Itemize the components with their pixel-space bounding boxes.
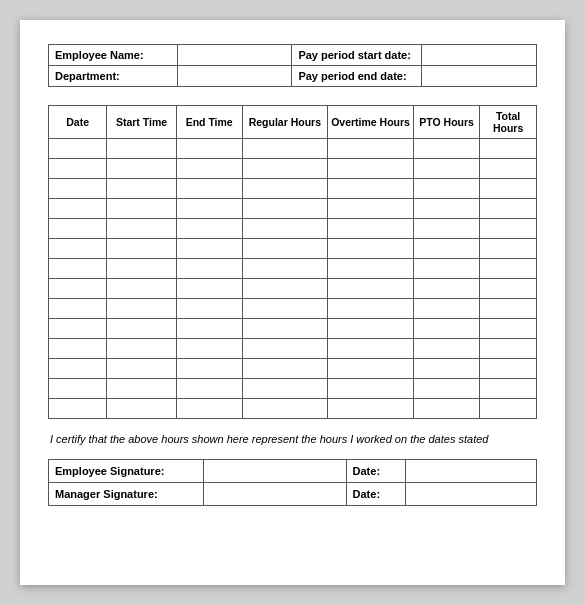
table-cell[interactable] [414,399,480,419]
table-cell[interactable] [176,319,242,339]
date1-value[interactable] [406,460,537,483]
table-cell[interactable] [480,199,537,219]
table-cell[interactable] [328,379,414,399]
table-cell[interactable] [49,199,107,219]
table-cell[interactable] [242,239,328,259]
table-cell[interactable] [49,379,107,399]
table-cell[interactable] [107,339,177,359]
table-cell[interactable] [328,219,414,239]
table-cell[interactable] [49,239,107,259]
table-cell[interactable] [49,359,107,379]
table-cell[interactable] [414,279,480,299]
table-cell[interactable] [49,139,107,159]
table-cell[interactable] [328,179,414,199]
table-cell[interactable] [414,159,480,179]
table-cell[interactable] [176,359,242,379]
table-cell[interactable] [176,279,242,299]
table-cell[interactable] [480,139,537,159]
table-cell[interactable] [242,159,328,179]
table-cell[interactable] [328,279,414,299]
table-cell[interactable] [107,279,177,299]
table-cell[interactable] [107,139,177,159]
table-cell[interactable] [328,339,414,359]
table-cell[interactable] [176,339,242,359]
table-cell[interactable] [176,159,242,179]
table-cell[interactable] [107,199,177,219]
pay-period-end-value[interactable] [422,66,537,87]
table-cell[interactable] [480,159,537,179]
table-cell[interactable] [49,279,107,299]
table-cell[interactable] [328,139,414,159]
table-cell[interactable] [107,179,177,199]
table-cell[interactable] [328,259,414,279]
table-cell[interactable] [414,219,480,239]
table-cell[interactable] [480,299,537,319]
table-cell[interactable] [242,139,328,159]
table-cell[interactable] [328,199,414,219]
table-cell[interactable] [242,339,328,359]
table-cell[interactable] [49,399,107,419]
table-cell[interactable] [480,239,537,259]
department-value[interactable] [177,66,292,87]
table-cell[interactable] [242,399,328,419]
table-cell[interactable] [176,199,242,219]
table-cell[interactable] [414,379,480,399]
table-cell[interactable] [107,159,177,179]
table-cell[interactable] [414,239,480,259]
table-cell[interactable] [414,339,480,359]
table-cell[interactable] [176,239,242,259]
table-cell[interactable] [49,339,107,359]
table-cell[interactable] [49,299,107,319]
table-cell[interactable] [176,379,242,399]
table-cell[interactable] [328,299,414,319]
date2-value[interactable] [406,483,537,506]
table-cell[interactable] [107,399,177,419]
table-cell[interactable] [242,179,328,199]
table-cell[interactable] [107,319,177,339]
table-cell[interactable] [49,259,107,279]
table-cell[interactable] [107,259,177,279]
table-cell[interactable] [107,239,177,259]
table-cell[interactable] [480,179,537,199]
table-cell[interactable] [176,299,242,319]
table-cell[interactable] [242,319,328,339]
table-cell[interactable] [480,279,537,299]
manager-sig-value[interactable] [203,483,346,506]
table-cell[interactable] [49,319,107,339]
employee-sig-value[interactable] [203,460,346,483]
employee-name-value[interactable] [177,45,292,66]
table-cell[interactable] [176,139,242,159]
table-cell[interactable] [242,379,328,399]
table-cell[interactable] [49,159,107,179]
table-cell[interactable] [480,399,537,419]
table-cell[interactable] [414,259,480,279]
table-cell[interactable] [107,219,177,239]
table-cell[interactable] [414,359,480,379]
table-cell[interactable] [176,259,242,279]
table-cell[interactable] [242,199,328,219]
pay-period-start-value[interactable] [422,45,537,66]
table-cell[interactable] [414,179,480,199]
table-cell[interactable] [242,219,328,239]
table-cell[interactable] [242,279,328,299]
table-cell[interactable] [107,299,177,319]
table-cell[interactable] [107,359,177,379]
table-cell[interactable] [328,359,414,379]
table-cell[interactable] [242,299,328,319]
table-cell[interactable] [242,259,328,279]
table-cell[interactable] [414,139,480,159]
table-cell[interactable] [49,219,107,239]
table-cell[interactable] [107,379,177,399]
table-cell[interactable] [176,179,242,199]
table-cell[interactable] [414,319,480,339]
table-cell[interactable] [480,319,537,339]
table-cell[interactable] [176,399,242,419]
table-cell[interactable] [480,219,537,239]
table-cell[interactable] [480,339,537,359]
table-cell[interactable] [328,319,414,339]
table-cell[interactable] [480,259,537,279]
table-cell[interactable] [414,199,480,219]
table-cell[interactable] [328,399,414,419]
table-cell[interactable] [176,219,242,239]
table-cell[interactable] [328,239,414,259]
